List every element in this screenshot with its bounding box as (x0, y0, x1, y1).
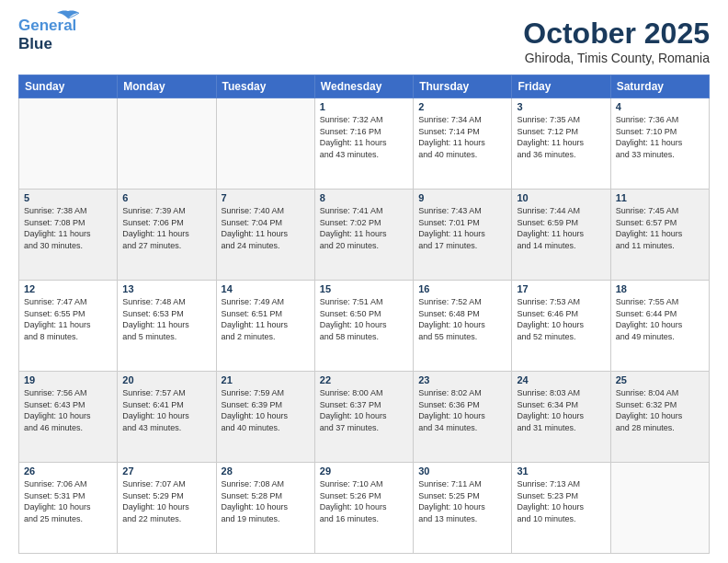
col-thursday: Thursday (414, 75, 512, 98)
table-row: 24Sunrise: 8:03 AM Sunset: 6:34 PM Dayli… (512, 372, 610, 463)
day-info: Sunrise: 7:53 AM Sunset: 6:46 PM Dayligh… (517, 296, 605, 342)
day-info: Sunrise: 7:59 AM Sunset: 6:39 PM Dayligh… (222, 387, 310, 433)
day-number: 14 (222, 283, 310, 294)
day-info: Sunrise: 7:07 AM Sunset: 5:29 PM Dayligh… (122, 478, 210, 524)
day-info: Sunrise: 7:51 AM Sunset: 6:50 PM Dayligh… (320, 296, 408, 342)
table-row: 31Sunrise: 7:13 AM Sunset: 5:23 PM Dayli… (512, 463, 610, 554)
day-number: 16 (418, 283, 506, 294)
calendar-week-row: 5Sunrise: 7:38 AM Sunset: 7:08 PM Daylig… (19, 190, 710, 281)
calendar-week-row: 26Sunrise: 7:06 AM Sunset: 5:31 PM Dayli… (19, 463, 710, 554)
table-row (118, 98, 216, 190)
calendar-table: Sunday Monday Tuesday Wednesday Thursday… (18, 75, 710, 554)
day-info: Sunrise: 7:55 AM Sunset: 6:44 PM Dayligh… (616, 296, 704, 342)
day-info: Sunrise: 7:44 AM Sunset: 6:59 PM Dayligh… (517, 205, 605, 251)
day-number: 23 (418, 374, 506, 385)
calendar-header-row: Sunday Monday Tuesday Wednesday Thursday… (19, 75, 710, 98)
day-info: Sunrise: 7:45 AM Sunset: 6:57 PM Dayligh… (616, 205, 704, 251)
table-row: 2Sunrise: 7:34 AM Sunset: 7:14 PM Daylig… (414, 98, 512, 190)
day-number: 6 (122, 192, 210, 203)
day-info: Sunrise: 8:00 AM Sunset: 6:37 PM Dayligh… (320, 387, 408, 433)
day-number: 1 (320, 101, 408, 112)
header: General Blue October 2025 Ghiroda, Timis… (18, 17, 710, 65)
table-row: 3Sunrise: 7:35 AM Sunset: 7:12 PM Daylig… (512, 98, 610, 190)
day-number: 24 (517, 374, 605, 385)
table-row: 26Sunrise: 7:06 AM Sunset: 5:31 PM Dayli… (19, 463, 118, 554)
day-info: Sunrise: 7:06 AM Sunset: 5:31 PM Dayligh… (24, 478, 112, 524)
table-row: 20Sunrise: 7:57 AM Sunset: 6:41 PM Dayli… (118, 372, 216, 463)
table-row: 27Sunrise: 7:07 AM Sunset: 5:29 PM Dayli… (118, 463, 216, 554)
day-number: 15 (320, 283, 408, 294)
day-info: Sunrise: 7:47 AM Sunset: 6:55 PM Dayligh… (24, 296, 112, 342)
day-number: 3 (517, 101, 605, 112)
day-number: 31 (517, 465, 605, 477)
table-row (610, 463, 709, 554)
table-row: 21Sunrise: 7:59 AM Sunset: 6:39 PM Dayli… (216, 372, 314, 463)
table-row: 12Sunrise: 7:47 AM Sunset: 6:55 PM Dayli… (19, 281, 118, 372)
day-number: 26 (24, 465, 112, 477)
logo-blue: Blue (18, 35, 52, 52)
day-info: Sunrise: 8:02 AM Sunset: 6:36 PM Dayligh… (418, 387, 506, 433)
day-number: 13 (122, 283, 210, 294)
location-subtitle: Ghiroda, Timis County, Romania (523, 51, 710, 65)
day-info: Sunrise: 8:03 AM Sunset: 6:34 PM Dayligh… (517, 387, 605, 433)
table-row: 6Sunrise: 7:39 AM Sunset: 7:06 PM Daylig… (118, 190, 216, 281)
day-number: 22 (320, 374, 408, 385)
page: General Blue October 2025 Ghiroda, Timis… (0, 0, 728, 563)
table-row: 17Sunrise: 7:53 AM Sunset: 6:46 PM Dayli… (512, 281, 610, 372)
day-number: 27 (122, 465, 210, 477)
day-info: Sunrise: 7:43 AM Sunset: 7:01 PM Dayligh… (418, 205, 506, 251)
table-row (216, 98, 314, 190)
day-info: Sunrise: 7:32 AM Sunset: 7:16 PM Dayligh… (320, 114, 408, 160)
table-row: 5Sunrise: 7:38 AM Sunset: 7:08 PM Daylig… (19, 190, 118, 281)
col-friday: Friday (512, 75, 610, 98)
day-info: Sunrise: 7:57 AM Sunset: 6:41 PM Dayligh… (122, 387, 210, 433)
day-info: Sunrise: 7:38 AM Sunset: 7:08 PM Dayligh… (24, 205, 112, 251)
table-row: 4Sunrise: 7:36 AM Sunset: 7:10 PM Daylig… (610, 98, 709, 190)
table-row: 13Sunrise: 7:48 AM Sunset: 6:53 PM Dayli… (118, 281, 216, 372)
table-row: 29Sunrise: 7:10 AM Sunset: 5:26 PM Dayli… (314, 463, 413, 554)
col-monday: Monday (118, 75, 216, 98)
day-info: Sunrise: 7:13 AM Sunset: 5:23 PM Dayligh… (517, 478, 605, 524)
day-info: Sunrise: 7:34 AM Sunset: 7:14 PM Dayligh… (418, 114, 506, 160)
table-row: 23Sunrise: 8:02 AM Sunset: 6:36 PM Dayli… (414, 372, 512, 463)
day-number: 18 (616, 283, 704, 294)
table-row: 14Sunrise: 7:49 AM Sunset: 6:51 PM Dayli… (216, 281, 314, 372)
day-info: Sunrise: 7:11 AM Sunset: 5:25 PM Dayligh… (418, 478, 506, 524)
table-row: 10Sunrise: 7:44 AM Sunset: 6:59 PM Dayli… (512, 190, 610, 281)
table-row: 8Sunrise: 7:41 AM Sunset: 7:02 PM Daylig… (314, 190, 413, 281)
day-number: 10 (517, 192, 605, 203)
calendar-week-row: 1Sunrise: 7:32 AM Sunset: 7:16 PM Daylig… (19, 98, 710, 190)
day-number: 2 (418, 101, 506, 112)
day-info: Sunrise: 8:04 AM Sunset: 6:32 PM Dayligh… (616, 387, 704, 433)
table-row: 18Sunrise: 7:55 AM Sunset: 6:44 PM Dayli… (610, 281, 709, 372)
logo: General Blue (18, 17, 72, 52)
day-number: 17 (517, 283, 605, 294)
day-number: 19 (24, 374, 112, 385)
day-number: 9 (418, 192, 506, 203)
col-tuesday: Tuesday (216, 75, 314, 98)
month-title: October 2025 (523, 17, 710, 51)
day-info: Sunrise: 7:36 AM Sunset: 7:10 PM Dayligh… (616, 114, 704, 160)
day-number: 20 (122, 374, 210, 385)
day-number: 12 (24, 283, 112, 294)
table-row: 16Sunrise: 7:52 AM Sunset: 6:48 PM Dayli… (414, 281, 512, 372)
col-saturday: Saturday (610, 75, 709, 98)
day-number: 25 (616, 374, 704, 385)
day-info: Sunrise: 7:40 AM Sunset: 7:04 PM Dayligh… (222, 205, 310, 251)
day-number: 5 (24, 192, 112, 203)
table-row (19, 98, 118, 190)
day-info: Sunrise: 7:56 AM Sunset: 6:43 PM Dayligh… (24, 387, 112, 433)
day-number: 29 (320, 465, 408, 477)
table-row: 25Sunrise: 8:04 AM Sunset: 6:32 PM Dayli… (610, 372, 709, 463)
title-block: October 2025 Ghiroda, Timis County, Roma… (523, 17, 710, 65)
table-row: 9Sunrise: 7:43 AM Sunset: 7:01 PM Daylig… (414, 190, 512, 281)
logo-bird-icon (55, 9, 81, 29)
table-row: 30Sunrise: 7:11 AM Sunset: 5:25 PM Dayli… (414, 463, 512, 554)
day-number: 11 (616, 192, 704, 203)
day-info: Sunrise: 7:10 AM Sunset: 5:26 PM Dayligh… (320, 478, 408, 524)
day-number: 7 (222, 192, 310, 203)
day-number: 21 (222, 374, 310, 385)
day-number: 30 (418, 465, 506, 477)
day-number: 8 (320, 192, 408, 203)
calendar-week-row: 19Sunrise: 7:56 AM Sunset: 6:43 PM Dayli… (19, 372, 710, 463)
